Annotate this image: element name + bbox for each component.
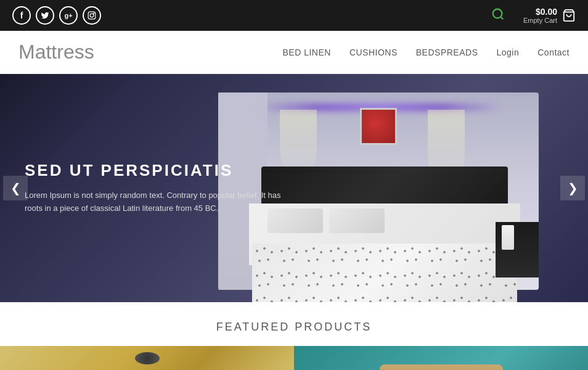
top-right: $0.00 Empty Cart — [491, 7, 576, 24]
facebook-icon[interactable]: f — [12, 6, 31, 25]
nav-link-login[interactable]: Login — [496, 47, 519, 57]
search-icon[interactable] — [491, 7, 505, 24]
cart-icon — [562, 9, 576, 22]
product-grid — [0, 346, 588, 370]
hero-slider: SED UT PERSPICIATIS Lorem Ipsum is not s… — [0, 74, 588, 302]
nav-link-cushions[interactable]: CUSHIONS — [349, 47, 398, 57]
top-bar: f g+ $0.00 Empty Cart — [0, 0, 588, 31]
product-thumb-2[interactable] — [294, 346, 588, 370]
nav-link-bed-linen[interactable]: BED LINEN — [282, 47, 330, 57]
cart-section[interactable]: $0.00 Empty Cart — [523, 7, 576, 24]
brand-title[interactable]: Mattress — [18, 41, 94, 64]
featured-section: FEATURED PRODUCTS — [0, 302, 588, 370]
slider-next-button[interactable]: ❯ — [560, 176, 585, 200]
svg-point-3 — [493, 9, 502, 18]
hero-subtext: Lorem Ipsum is not simply random text. C… — [25, 189, 290, 215]
svg-point-2 — [94, 13, 94, 14]
svg-line-4 — [500, 17, 503, 19]
svg-point-1 — [90, 14, 94, 17]
featured-title-bar: FEATURED PRODUCTS — [0, 314, 588, 346]
nav-link-contact[interactable]: Contact — [537, 47, 570, 57]
cart-label: Empty Cart — [523, 17, 557, 24]
twitter-icon[interactable] — [36, 6, 54, 25]
cart-price: $0.00 — [536, 7, 557, 17]
googleplus-icon[interactable]: g+ — [59, 6, 78, 25]
svg-rect-0 — [88, 12, 96, 19]
featured-title: FEATURED PRODUCTS — [216, 321, 372, 333]
product-thumb-1[interactable] — [0, 346, 294, 370]
hero-text-block: SED UT PERSPICIATIS Lorem Ipsum is not s… — [25, 161, 290, 215]
navbar: Mattress BED LINEN CUSHIONS BEDSPREADS L… — [0, 31, 588, 74]
hero-heading: SED UT PERSPICIATIS — [25, 161, 290, 180]
social-icons: f g+ — [12, 6, 101, 25]
nav-links: BED LINEN CUSHIONS BEDSPREADS Login Cont… — [282, 47, 570, 57]
instagram-icon[interactable] — [83, 6, 101, 25]
nav-link-bedspreads[interactable]: BEDSPREADS — [416, 47, 478, 57]
slider-prev-button[interactable]: ❮ — [3, 176, 28, 200]
